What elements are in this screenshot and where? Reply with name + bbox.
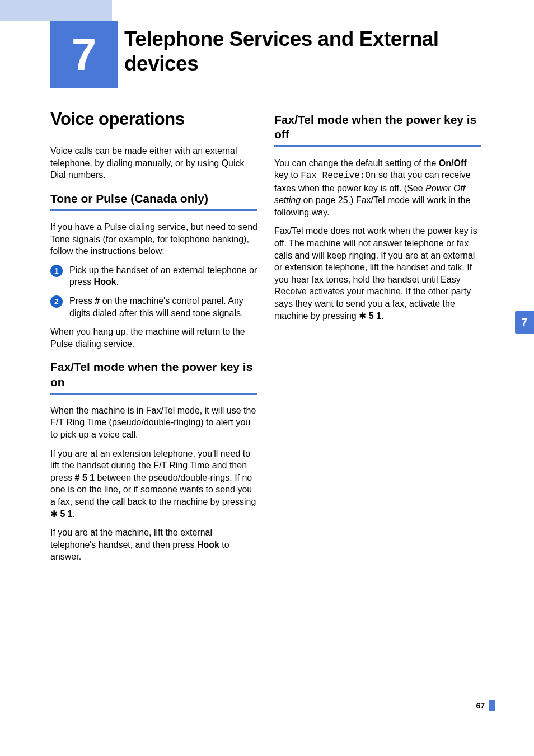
bold-text: 5 1 — [369, 311, 381, 321]
content-area: Voice operations Voice calls can be made… — [50, 109, 481, 570]
paragraph: If you are at an extension telephone, yo… — [50, 448, 257, 520]
paragraph: If you are at the machine, lift the exte… — [50, 527, 257, 563]
subsection-heading: Tone or Pulse (Canada only) — [50, 191, 257, 209]
page-number: 67 — [476, 701, 485, 710]
star-symbol: ✱ — [50, 509, 60, 519]
right-column: Fax/Tel mode when the power key is off Y… — [274, 109, 481, 570]
paragraph: When the machine is in Fax/Tel mode, it … — [50, 405, 257, 441]
text-run: You can change the default setting of th… — [274, 158, 439, 168]
top-accent-bar — [0, 0, 112, 21]
chapter-title: Telephone Services and External devices — [124, 27, 483, 77]
text-run: . — [73, 509, 75, 519]
document-page: 7 Telephone Services and External device… — [0, 0, 534, 756]
bold-text: Hook — [94, 277, 116, 287]
paragraph: When you hang up, the machine will retur… — [50, 326, 257, 350]
section-heading-voice-operations: Voice operations — [50, 109, 257, 129]
heading-underline — [274, 145, 481, 147]
page-number-area: 67 — [476, 700, 495, 711]
bold-text: Hook — [197, 540, 219, 550]
mono-text: Fax Receive:On — [301, 171, 376, 181]
star-symbol: ✱ — [359, 311, 368, 321]
text-run: If you are at the machine, lift the exte… — [50, 528, 212, 550]
bold-text: On/Off — [439, 158, 467, 168]
step-item: 1 Pick up the handset of an external tel… — [50, 264, 257, 288]
step-item: 2 Press # on the machine's control panel… — [50, 295, 257, 319]
bold-text: # — [95, 296, 100, 306]
bold-text: # 5 1 — [75, 473, 95, 482]
step-number-icon: 2 — [50, 295, 63, 308]
chapter-side-tab: 7 — [515, 311, 534, 334]
text-run: . — [116, 277, 119, 287]
subsection-heading: Fax/Tel mode when the power key is off — [274, 112, 481, 145]
text-run: Press — [69, 296, 95, 306]
step-text: Press # on the machine's control panel. … — [69, 295, 257, 319]
subsection-tone-or-pulse: Tone or Pulse (Canada only) — [50, 191, 257, 211]
subsection-heading: Fax/Tel mode when the power key is on — [50, 360, 257, 393]
step-text: Pick up the handset of an external telep… — [69, 264, 257, 288]
chapter-number-block: 7 — [50, 21, 118, 88]
bold-text: 5 1 — [60, 509, 72, 519]
paragraph: You can change the default setting of th… — [274, 157, 481, 219]
text-run: Fax/Tel mode does not work when the powe… — [274, 226, 477, 320]
paragraph: Fax/Tel mode does not work when the powe… — [274, 225, 481, 322]
subsection-faxtel-power-on: Fax/Tel mode when the power key is on — [50, 360, 257, 395]
left-column: Voice operations Voice calls can be made… — [50, 109, 257, 570]
heading-underline — [50, 209, 257, 211]
heading-underline — [50, 393, 257, 395]
text-run: on page 25.) Fax/Tel mode will work in t… — [274, 195, 470, 217]
text-run: key to — [274, 170, 301, 180]
paragraph: If you have a Pulse dialing service, but… — [50, 221, 257, 257]
step-number-icon: 1 — [50, 265, 63, 277]
paragraph: Voice calls can be made either with an e… — [50, 145, 257, 181]
step-list: 1 Pick up the handset of an external tel… — [50, 264, 257, 319]
page-number-accent — [489, 700, 495, 711]
subsection-faxtel-power-off: Fax/Tel mode when the power key is off — [274, 112, 481, 147]
text-run: . — [381, 311, 383, 321]
